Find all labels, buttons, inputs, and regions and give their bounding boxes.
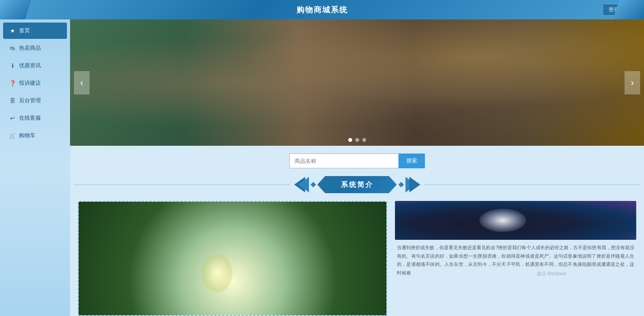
sidebar-label-promo: 优惠资讯 <box>19 62 41 69</box>
sidebar-icon-admin: 🗄 <box>9 98 16 104</box>
content-area: ‹ › 搜索 系统简介 <box>70 19 644 316</box>
header-title: 购物商城系统 <box>297 5 348 15</box>
sidebar-item-service[interactable]: ↩ 在线客服 <box>3 110 67 126</box>
sidebar-icon-home: ★ <box>9 28 16 34</box>
carousel-dots <box>348 138 366 142</box>
sidebar-icon-complaint: ❓ <box>9 80 16 86</box>
login-register-button[interactable]: 登录/注册 <box>603 4 636 16</box>
section-title-left-arrows <box>294 177 318 192</box>
sidebar-label-home: 首页 <box>19 27 30 34</box>
header: 购物商城系统 登录/注册 <box>0 0 644 19</box>
section-title-wrapper: 系统简介 <box>70 176 644 193</box>
sidebar-label-cart: 购物车 <box>19 132 35 139</box>
sidebar-icon-promo: ℹ <box>9 63 16 69</box>
sidebar-label-admin: 后台管理 <box>19 97 41 104</box>
search-input[interactable] <box>290 154 398 168</box>
panel-right-image <box>395 201 636 240</box>
left-diamond <box>310 182 316 187</box>
sidebar-label-service: 在线客服 <box>19 115 41 122</box>
sidebar-item-admin[interactable]: 🗄 后台管理 <box>3 93 67 109</box>
section-title-text: 系统简介 <box>341 181 374 189</box>
sidebar-icon-service: ↩ <box>9 115 16 121</box>
main-layout: ★ 首页 🛍 热卖商品 ℹ 优惠资讯 ❓ 投诉建议 🗄 后台管理 ↩ 在线客服 … <box>0 19 644 316</box>
carousel-dot-1[interactable] <box>348 138 352 142</box>
panel-right: 当遭到挫折或失败，你是看见失败还是看见机会?挫折是我们每个人成长的必经之路，古不… <box>395 201 636 316</box>
panels-row: 当遭到挫折或失败，你是看见失败还是看见机会?挫折是我们每个人成长的必经之路，古不… <box>70 201 644 316</box>
right-arrow-outer <box>409 177 420 192</box>
sidebar-label-hot: 热卖商品 <box>19 45 41 52</box>
sidebar-label-complaint: 投诉建议 <box>19 80 41 87</box>
carousel: ‹ › <box>70 19 644 146</box>
panel-right-text: 当遭到挫折或失败，你是看见失败还是看见机会?挫折是我们每个人成长的必经之路，古不… <box>395 244 636 277</box>
carousel-dot-2[interactable] <box>355 138 359 142</box>
sidebar-item-promo[interactable]: ℹ 优惠资讯 <box>3 58 67 74</box>
search-button[interactable]: 搜索 <box>398 154 425 168</box>
carousel-image <box>70 19 644 146</box>
sidebar-icon-cart: 🛒 <box>9 133 16 139</box>
sidebar-icon-hot: 🛍 <box>9 45 16 51</box>
search-section: 搜索 <box>70 146 644 174</box>
carousel-prev-button[interactable]: ‹ <box>74 71 89 94</box>
section-title-line-right <box>424 185 640 185</box>
section-title-box: 系统简介 <box>318 176 397 193</box>
left-arrow-inner <box>298 177 309 192</box>
section-title-line-left <box>74 185 290 185</box>
carousel-next-button[interactable]: › <box>625 71 640 94</box>
sidebar-item-hot[interactable]: 🛍 热卖商品 <box>3 40 67 56</box>
sidebar-item-home[interactable]: ★ 首页 <box>3 23 67 39</box>
right-diamond <box>398 182 404 187</box>
sidebar: ★ 首页 🛍 热卖商品 ℹ 优惠资讯 ❓ 投诉建议 🗄 后台管理 ↩ 在线客服 … <box>0 19 70 316</box>
panel-left-image <box>79 202 386 315</box>
section-title-right-arrows <box>397 177 420 192</box>
sidebar-item-complaint[interactable]: ❓ 投诉建议 <box>3 75 67 91</box>
panel-left <box>78 201 387 316</box>
sidebar-item-cart[interactable]: 🛒 购物车 <box>3 127 67 144</box>
carousel-dot-3[interactable] <box>362 138 366 142</box>
